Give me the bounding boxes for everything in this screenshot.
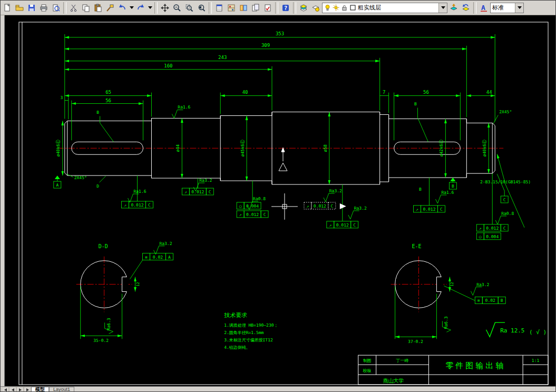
svg-text:160: 160 [164, 63, 172, 68]
layer-combo[interactable]: 粗实线层 [322, 3, 447, 13]
help-icon: ? [281, 4, 290, 12]
layout-tabbar: 模型 Layout1 [1, 386, 555, 391]
next-tab-icon [19, 388, 22, 391]
toolbar-separator [209, 2, 212, 14]
svg-text:B: B [414, 102, 417, 107]
toolbar-separator [473, 2, 476, 14]
prev-tab-icon [12, 388, 14, 391]
tab-last-button[interactable] [24, 387, 31, 391]
svg-text:2X45°: 2X45° [499, 110, 512, 114]
layer-manager-button[interactable] [298, 2, 309, 14]
svg-text:D-D: D-D [99, 243, 108, 249]
zoom-previous-button[interactable] [196, 2, 207, 14]
zoom-window-button[interactable] [183, 2, 195, 14]
svg-text:制图: 制图 [363, 358, 372, 363]
sheetset-button[interactable] [250, 2, 261, 14]
svg-text:B: B [501, 298, 503, 303]
tab-prev-button[interactable] [9, 387, 16, 391]
undo-button[interactable] [116, 2, 128, 14]
svg-text:( √ ): ( √ ) [529, 329, 547, 336]
style-combo-arrow[interactable] [515, 3, 523, 13]
tol-frame-4-selected[interactable]: ↗0.012C [304, 202, 336, 209]
center-hole-note: 2-B3.15/10(GB145-85) [480, 154, 531, 228]
make-layer-current-button[interactable] [448, 2, 460, 14]
ucs-icon [279, 148, 287, 171]
layer-combo-value: 粗实线层 [358, 4, 437, 12]
svg-text:C: C [440, 207, 443, 212]
svg-text:≡: ≡ [145, 255, 148, 260]
open-folder-icon [15, 4, 24, 12]
cut-button[interactable] [68, 2, 80, 14]
svg-text:○: ○ [239, 204, 242, 209]
copy-icon [82, 4, 90, 12]
svg-text:353: 353 [276, 31, 284, 36]
tool-palettes-icon [239, 4, 248, 12]
print-button[interactable] [38, 2, 50, 14]
tol-frame-6: ↗0.012C [414, 205, 445, 212]
copy-button[interactable] [80, 2, 92, 14]
print-preview-button[interactable] [50, 2, 62, 14]
redo-icon [136, 4, 145, 12]
pan-icon [161, 4, 169, 12]
save-button[interactable] [26, 2, 37, 14]
svg-text:0.012: 0.012 [191, 190, 204, 194]
svg-text:技术要求: 技术要求 [224, 312, 247, 319]
toolbar-separator [63, 2, 66, 14]
scissors-icon [70, 4, 78, 12]
zoom-icon [173, 4, 181, 12]
undo-dropdown[interactable] [129, 2, 134, 14]
svg-text:Ra0.8: Ra0.8 [501, 211, 514, 216]
redo-button[interactable] [135, 2, 147, 14]
svg-text:2X45°: 2X45° [74, 175, 87, 180]
designcenter-button[interactable] [226, 2, 237, 14]
svg-text:校核: 校核 [363, 368, 372, 373]
tol-frame-7: ↗0.012C [476, 224, 508, 231]
tab-next-button[interactable] [16, 387, 24, 391]
tol-frame-0: ↗0.012C [122, 201, 153, 208]
properties-button[interactable] [213, 2, 225, 14]
layer-thaw-sun-icon [333, 4, 339, 11]
match-properties-button[interactable] [104, 2, 116, 14]
svg-text:4.锐边倒钝。: 4.锐边倒钝。 [224, 345, 250, 350]
svg-text:37-0.2: 37-0.2 [408, 339, 423, 344]
svg-text:B: B [96, 110, 99, 115]
layer-states-button[interactable] [310, 2, 321, 14]
tol-frame-3: ↗0.012C [237, 211, 268, 218]
tol-frame-2: ○0.004 [237, 202, 261, 209]
tab-layout1[interactable]: Layout1 [49, 387, 74, 391]
tab-model[interactable]: 模型 [31, 387, 49, 391]
redo-dropdown[interactable] [147, 2, 153, 14]
layers-icon [299, 4, 308, 12]
svg-text:↗: ↗ [416, 207, 418, 212]
text-style-button[interactable]: A [478, 2, 490, 14]
style-combo[interactable]: 标准 [490, 3, 524, 13]
help-button[interactable]: ? [280, 2, 291, 14]
zoom-realtime-button[interactable] [171, 2, 183, 14]
tool-palettes-button[interactable] [238, 2, 249, 14]
paste-button[interactable] [92, 2, 104, 14]
tab-first-button[interactable] [2, 387, 9, 391]
pan-button[interactable] [159, 2, 171, 14]
svg-text:ø40k6Ⓔ: ø40k6Ⓔ [482, 140, 487, 156]
layer-previous-icon [462, 4, 470, 12]
svg-text:309: 309 [261, 43, 270, 48]
svg-text:0.02: 0.02 [153, 255, 163, 260]
open-button[interactable] [14, 2, 25, 14]
layer-combo-arrow[interactable] [438, 3, 447, 13]
markup-button[interactable] [262, 2, 274, 14]
svg-text:零件图输出轴: 零件图输出轴 [445, 361, 505, 370]
svg-text:E-E: E-E [412, 243, 421, 249]
toolbar-separator [275, 2, 278, 14]
layer-previous-button[interactable] [460, 2, 472, 14]
svg-text:Ra3.2: Ra3.2 [159, 241, 172, 246]
svg-text:12: 12 [450, 282, 454, 286]
svg-text:Ra0.8: Ra0.8 [253, 197, 266, 201]
svg-text:0.012: 0.012 [314, 204, 326, 209]
layer-states-icon [311, 4, 320, 12]
new-button[interactable] [2, 2, 13, 14]
drawing-canvas[interactable]: 353 309 243 160 3 65 56 40 7 56 44 ø40k6… [5, 15, 555, 386]
svg-text:1.调质处理 HB=190~230；: 1.调质处理 HB=190~230； [224, 323, 278, 328]
svg-text:0.012: 0.012 [246, 212, 259, 217]
paste-icon [94, 4, 102, 12]
standard-toolbar: ? 粗实线层 A 标准 [1, 1, 555, 15]
